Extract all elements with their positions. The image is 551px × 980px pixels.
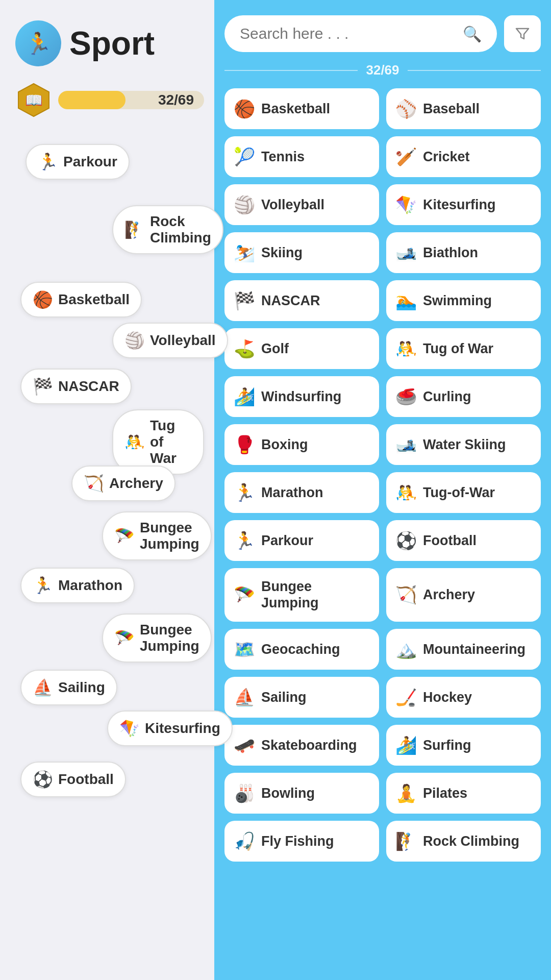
left-node-volleyball[interactable]: 🏐Volleyball	[112, 323, 228, 358]
item-icon-geocaching: 🗺️	[234, 639, 255, 659]
left-node-nascar[interactable]: 🏁NASCAR	[20, 369, 132, 404]
grid-item-curling[interactable]: 🥌Curling	[386, 376, 541, 417]
node-label: Archery	[109, 475, 163, 492]
item-icon-boxing: 🥊	[234, 434, 255, 455]
grid-item-football[interactable]: ⚽Football	[386, 520, 541, 561]
left-node-archery[interactable]: 🏹Archery	[71, 465, 176, 501]
left-node-football[interactable]: ⚽Football	[20, 762, 126, 797]
item-icon-archery-r: 🏹	[395, 584, 417, 605]
grid-item-biathlon[interactable]: 🎿Biathlon	[386, 232, 541, 273]
grid-item-archery-r[interactable]: 🏹Archery	[386, 568, 541, 622]
item-label-skiing: Skiing	[261, 244, 303, 261]
grid-item-tug-of-war2[interactable]: 🤼Tug-of-War	[386, 472, 541, 513]
grid-item-baseball[interactable]: ⚾Baseball	[386, 88, 541, 129]
left-node-parkour[interactable]: 🏃Parkour	[26, 144, 130, 180]
node-icon: 🏃	[33, 576, 53, 595]
grid-item-nascar-r[interactable]: 🏁NASCAR	[224, 280, 379, 321]
divider-right	[408, 70, 541, 71]
grid-item-boxing[interactable]: 🥊Boxing	[224, 424, 379, 465]
search-input[interactable]	[240, 25, 456, 42]
node-icon: ⚽	[33, 770, 53, 789]
item-label-marathon: Marathon	[261, 484, 323, 501]
grid-item-marathon[interactable]: 🏃Marathon	[224, 472, 379, 513]
grid-item-golf[interactable]: ⛳Golf	[224, 328, 379, 369]
grid-item-windsurfing[interactable]: 🏄Windsurfing	[224, 376, 379, 417]
grid-item-volleyball[interactable]: 🏐Volleyball	[224, 184, 379, 225]
left-node-bungee-jumping[interactable]: 🪂Bungee Jumping	[102, 511, 212, 560]
left-node-marathon[interactable]: 🏃Marathon	[20, 568, 135, 603]
grid-item-fly-fishing[interactable]: 🎣Fly Fishing	[224, 821, 379, 862]
nodes-container: 🏃Parkour🧗Rock Climbing🏀Basketball🏐Volley…	[15, 144, 204, 884]
divider-row: 32/69	[224, 62, 541, 78]
grid-item-swimming[interactable]: 🏊Swimming	[386, 280, 541, 321]
item-label-hockey: Hockey	[423, 689, 472, 705]
item-label-rock-climbing: Rock Climbing	[423, 833, 519, 849]
grid-item-mountaineering[interactable]: 🏔️Mountaineering	[386, 629, 541, 670]
item-label-sailing: Sailing	[261, 689, 307, 705]
filter-icon	[514, 26, 531, 42]
grid-item-basketball[interactable]: 🏀Basketball	[224, 88, 379, 129]
item-label-mountaineering: Mountaineering	[423, 641, 525, 657]
item-label-biathlon: Biathlon	[423, 244, 478, 261]
filter-button[interactable]	[504, 15, 541, 52]
left-node-rock-climbing[interactable]: 🧗Rock Climbing	[112, 205, 223, 254]
grid-item-skiing[interactable]: ⛷️Skiing	[224, 232, 379, 273]
item-label-fly-fishing: Fly Fishing	[261, 833, 334, 849]
node-label: Parkour	[63, 154, 117, 170]
grid-item-tennis[interactable]: 🎾Tennis	[224, 136, 379, 177]
node-icon: 🪂	[114, 526, 135, 546]
grid-item-pilates[interactable]: 🧘Pilates	[386, 773, 541, 814]
item-icon-pilates: 🧘	[395, 783, 417, 803]
grid-item-skateboarding[interactable]: 🛹Skateboarding	[224, 725, 379, 766]
node-icon: 🏐	[124, 331, 145, 350]
grid-item-surfing[interactable]: 🏄Surfing	[386, 725, 541, 766]
item-icon-hockey: 🏒	[395, 687, 417, 707]
node-icon: 🏀	[33, 290, 53, 309]
grid-item-rock-climbing[interactable]: 🧗Rock Climbing	[386, 821, 541, 862]
right-panel[interactable]: 🔍 32/69 🏀Basketball⚾Baseball🎾Tennis🏏Cric…	[214, 0, 551, 980]
grid-item-kitesurfing[interactable]: 🪁Kitesurfing	[386, 184, 541, 225]
item-label-geocaching: Geocaching	[261, 641, 340, 657]
divider-count: 32/69	[366, 62, 399, 78]
node-icon: 🤼	[124, 432, 145, 452]
grid-item-hockey[interactable]: 🏒Hockey	[386, 677, 541, 718]
left-node-bungee-jumping[interactable]: 🪂Bungee Jumping	[102, 614, 212, 663]
item-label-swimming: Swimming	[423, 292, 492, 309]
node-icon: 🧗	[124, 220, 145, 239]
item-label-boxing: Boxing	[261, 436, 308, 453]
grid-item-bungee-jumping[interactable]: 🪂Bungee Jumping	[224, 568, 379, 622]
grid-item-parkour-r[interactable]: 🏃Parkour	[224, 520, 379, 561]
node-label: Bungee Jumping	[140, 622, 199, 654]
item-icon-water-skiing: 🎿	[395, 434, 417, 455]
node-label: Volleyball	[150, 332, 216, 349]
item-icon-baseball: ⚾	[395, 99, 417, 119]
item-icon-football: ⚽	[395, 530, 417, 551]
left-node-sailing[interactable]: ⛵Sailing	[20, 670, 117, 705]
grid-item-cricket[interactable]: 🏏Cricket	[386, 136, 541, 177]
sports-grid: 🏀Basketball⚾Baseball🎾Tennis🏏Cricket🏐Voll…	[224, 88, 541, 862]
item-label-bungee-jumping: Bungee Jumping	[261, 578, 370, 611]
grid-item-water-skiing[interactable]: 🎿Water Skiing	[386, 424, 541, 465]
item-icon-swimming: 🏊	[395, 290, 417, 311]
left-node-basketball[interactable]: 🏀Basketball	[20, 282, 142, 317]
grid-item-geocaching[interactable]: 🗺️Geocaching	[224, 629, 379, 670]
left-node-tug-of-war[interactable]: 🤼Tug of War	[112, 409, 204, 475]
item-label-golf: Golf	[261, 340, 289, 357]
item-label-archery-r: Archery	[423, 586, 475, 603]
item-label-cricket: Cricket	[423, 149, 470, 165]
item-label-tug-of-war-r: Tug of War	[423, 340, 493, 357]
item-label-tug-of-war2: Tug-of-War	[423, 484, 495, 501]
item-label-volleyball: Volleyball	[261, 197, 324, 213]
grid-item-sailing[interactable]: ⛵Sailing	[224, 677, 379, 718]
item-label-surfing: Surfing	[423, 737, 471, 753]
item-label-kitesurfing: Kitesurfing	[423, 197, 496, 213]
header-row: 🏃 Sport	[15, 20, 204, 66]
item-label-skateboarding: Skateboarding	[261, 737, 357, 753]
left-node-kitesurfing[interactable]: 🪁Kitesurfing	[107, 710, 233, 746]
item-icon-sailing: ⛵	[234, 687, 255, 707]
item-icon-surfing: 🏄	[395, 735, 417, 755]
grid-item-bowling[interactable]: 🎳Bowling	[224, 773, 379, 814]
item-icon-mountaineering: 🏔️	[395, 639, 417, 659]
grid-item-tug-of-war-r[interactable]: 🤼Tug of War	[386, 328, 541, 369]
item-label-football: Football	[423, 532, 477, 549]
